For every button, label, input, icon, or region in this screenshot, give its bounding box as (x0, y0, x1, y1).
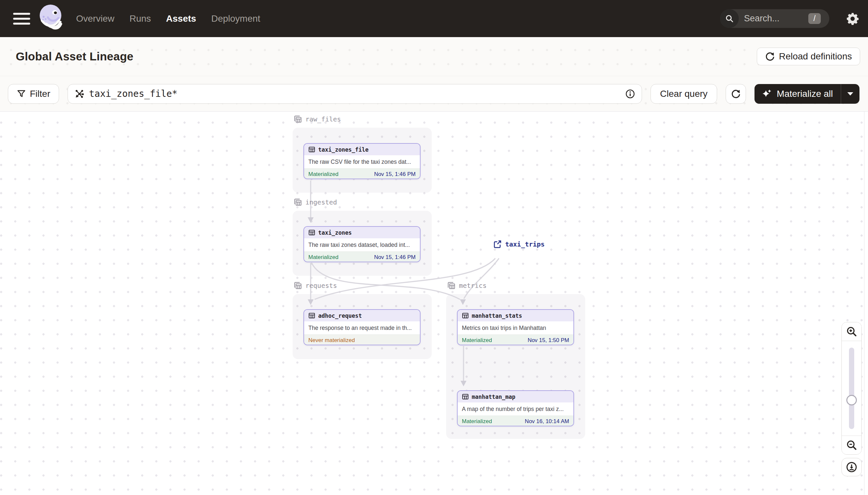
asset-node-taxi_zones_file[interactable]: taxi_zones_file The raw CSV file for the… (303, 143, 421, 179)
asset-name: taxi_zones (318, 229, 352, 236)
asset-node-manhattan_map[interactable]: manhattan_map A map of the number of tri… (457, 390, 574, 426)
zoom-controls (842, 322, 862, 455)
search-placeholder: Search... (744, 14, 808, 24)
group-label-metrics[interactable]: metrics (447, 281, 486, 290)
table-icon (308, 229, 315, 236)
group-name: raw_files (305, 115, 341, 123)
menu-icon[interactable] (13, 13, 30, 24)
page-title: Global Asset Lineage (16, 50, 134, 63)
dagster-logo[interactable] (36, 3, 66, 34)
clear-query-label: Clear query (660, 89, 708, 99)
lineage-toolbar: Filter taxi_zones_file* Clear query (0, 76, 868, 112)
asset-status: Materialized (462, 337, 492, 344)
group-name: ingested (305, 198, 337, 206)
arrowhead (308, 300, 314, 305)
group-tables-icon (293, 115, 302, 124)
sparkle-icon (762, 89, 772, 99)
filter-funnel-icon (17, 89, 26, 99)
materialize-all-button[interactable]: Materialize all (755, 84, 860, 104)
group-name: metrics (459, 281, 486, 290)
zoom-in-icon (846, 326, 857, 337)
nav-item-assets[interactable]: Assets (166, 14, 196, 24)
search-shortcut-key: / (808, 13, 821, 24)
group-label-raw_files[interactable]: raw_files (293, 115, 341, 124)
external-asset-name: taxi_trips (505, 240, 545, 248)
group-label-ingested[interactable]: ingested (293, 198, 337, 207)
asset-status: Materialized (308, 171, 339, 177)
search-input[interactable]: Search... / (720, 9, 829, 28)
page-header: Global Asset Lineage Reload definitions (0, 37, 868, 76)
asset-name: adhoc_request (318, 312, 362, 319)
edge-taxi_trips-manhattan_stats (464, 258, 499, 299)
table-icon (462, 312, 469, 319)
lineage-edges (0, 112, 868, 495)
group-tables-icon (293, 198, 302, 207)
asset-description: The raw taxi zones dataset, loaded int..… (304, 238, 420, 252)
filter-button[interactable]: Filter (8, 84, 59, 104)
external-asset-taxi_trips[interactable]: taxi_trips (493, 240, 545, 249)
asset-node-taxi_zones[interactable]: taxi_zones The raw taxi zones dataset, l… (303, 226, 421, 262)
materialize-dropdown-caret[interactable] (841, 92, 860, 96)
asset-timestamp[interactable]: Nov 15, 1:46 PM (374, 254, 415, 261)
arrowhead (460, 300, 466, 305)
zoom-in-button[interactable] (842, 322, 862, 341)
reload-definitions-label: Reload definitions (779, 51, 852, 62)
graph-query-icon (74, 89, 84, 99)
reload-definitions-button[interactable]: Reload definitions (757, 48, 860, 65)
asset-query-value: taxi_zones_file* (89, 88, 625, 99)
primary-nav: Overview Runs Assets Deployment (76, 14, 260, 24)
nav-item-overview[interactable]: Overview (76, 14, 114, 24)
table-icon (462, 393, 469, 400)
group-label-requests[interactable]: requests (293, 281, 337, 290)
refresh-button[interactable] (726, 84, 746, 104)
asset-status: Materialized (308, 254, 339, 261)
group-name: requests (305, 281, 337, 290)
edge-taxi_trips-adhoc_request (315, 258, 495, 300)
nav-item-deployment[interactable]: Deployment (211, 14, 260, 24)
top-nav: Overview Runs Assets Deployment Search..… (0, 0, 868, 37)
asset-name: taxi_zones_file (318, 147, 369, 153)
arrowhead (461, 381, 466, 386)
asset-description: A map of the number of trips per taxi z.… (458, 403, 573, 415)
asset-timestamp[interactable]: Nov 16, 10:14 AM (525, 418, 569, 425)
asset-status: Materialized (462, 418, 492, 425)
external-link-icon (493, 240, 502, 249)
asset-timestamp[interactable]: Nov 15, 1:46 PM (374, 171, 415, 177)
clear-query-button[interactable]: Clear query (651, 84, 717, 104)
group-tables-icon (293, 281, 302, 290)
filter-button-label: Filter (30, 89, 50, 99)
group-tables-icon (447, 281, 456, 290)
right-edge-gutter (864, 112, 868, 495)
zoom-slider-track[interactable] (849, 347, 854, 429)
zoom-out-icon (846, 440, 857, 451)
reload-icon (765, 52, 775, 62)
arrowhead (308, 217, 314, 223)
asset-node-manhattan_stats[interactable]: manhattan_stats Metrics on taxi trips in… (457, 309, 574, 345)
lineage-canvas[interactable]: raw_files ingested requests metrics (0, 112, 868, 495)
zoom-slider[interactable] (842, 341, 862, 436)
asset-description: The raw CSV file for the taxi zones dat.… (304, 155, 420, 168)
asset-status: Never materialized (308, 337, 355, 344)
info-icon[interactable] (625, 89, 635, 99)
asset-timestamp[interactable]: Nov 15, 1:50 PM (528, 337, 569, 344)
asset-query-input[interactable]: taxi_zones_file* (68, 84, 642, 104)
asset-description: Metrics on taxi trips in Manhattan (458, 321, 573, 335)
asset-description: The response to an request made in th... (304, 321, 420, 335)
table-icon (308, 146, 315, 153)
dagster-logo-icon (37, 4, 65, 34)
materialize-all-label: Materialize all (777, 89, 833, 99)
settings-gear-icon[interactable] (845, 11, 860, 26)
search-icon (720, 9, 739, 28)
nav-item-runs[interactable]: Runs (129, 14, 151, 24)
asset-name: manhattan_stats (472, 312, 522, 319)
caret-down-icon (847, 92, 853, 96)
zoom-slider-thumb[interactable] (846, 395, 857, 405)
asset-node-adhoc_request[interactable]: adhoc_request The response to an request… (303, 309, 421, 345)
table-icon (308, 312, 315, 319)
download-icon (846, 461, 857, 473)
zoom-out-button[interactable] (842, 436, 862, 454)
download-image-button[interactable] (842, 458, 862, 476)
refresh-icon (731, 89, 741, 99)
asset-name: manhattan_map (472, 394, 515, 400)
